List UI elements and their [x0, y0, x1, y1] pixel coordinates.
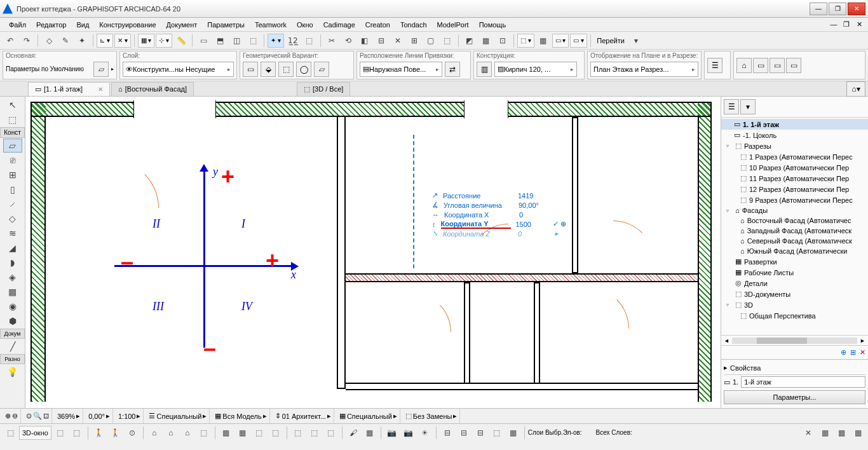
bb16[interactable]: ⬚: [307, 426, 322, 440]
tab-nav-icon[interactable]: ⌂▾: [846, 81, 865, 97]
trace-button[interactable]: ⬚: [302, 34, 317, 48]
geom4[interactable]: ◯: [296, 62, 311, 77]
nav-add-icon[interactable]: ⊞: [850, 348, 856, 357]
bb7[interactable]: ⌂: [147, 426, 162, 440]
tab-elevation[interactable]: ⌂ [Восточный Фасад]: [111, 82, 194, 96]
nav-e2[interactable]: ⌂ Западный Фасад (Автоматическ: [721, 226, 868, 236]
u4[interactable]: ⊟: [374, 34, 389, 48]
nav-s12[interactable]: ⬚ 12 Разрез (Автоматически Пер: [721, 184, 868, 194]
wall-tool[interactable]: ▱: [3, 139, 22, 153]
geom3[interactable]: ⬚: [278, 62, 294, 77]
bb26[interactable]: ⬚: [489, 426, 505, 440]
snap-combo[interactable]: ▤ Наружная Пове...: [360, 62, 442, 77]
sb-zoomfit[interactable]: ⊡: [43, 412, 49, 420]
drawing-canvas[interactable]: y x I II III IV + + – – ↗Расстояние1419 …: [25, 97, 721, 408]
nav-new-icon[interactable]: ⊕: [841, 348, 846, 357]
scale-value[interactable]: 1:100: [118, 412, 136, 420]
nav-elev[interactable]: ▿⌂ Фасады: [721, 205, 868, 215]
nav-s11[interactable]: ⬚ 11 Разрез (Автоматически Пер: [721, 173, 868, 184]
struct-combo[interactable]: ▨ Кирпич 120, ...: [494, 62, 577, 77]
more-header[interactable]: Разно: [0, 354, 25, 364]
u6[interactable]: ⊞: [407, 34, 422, 48]
shell-tool[interactable]: ◗: [3, 256, 22, 269]
bb11[interactable]: ▦: [219, 426, 234, 440]
nav-book-icon[interactable]: ▭: [770, 58, 785, 73]
rot-value[interactable]: 0,00°: [88, 412, 105, 420]
t4[interactable]: ⬚: [245, 34, 261, 48]
door-tool[interactable]: ⎚: [3, 153, 22, 167]
bb19[interactable]: ▦: [362, 426, 377, 440]
wand-button[interactable]: ✦: [74, 34, 90, 48]
u8[interactable]: ⬚: [440, 34, 455, 48]
navigator-tree[interactable]: ▭ 1. 1-й этаж ▭ -1. Цоколь ▿⬚ Разрезы ⬚ …: [721, 118, 868, 335]
v2[interactable]: ▦: [478, 34, 494, 48]
lamp-tool[interactable]: 💡: [3, 365, 22, 379]
geom5[interactable]: ▱: [314, 62, 329, 77]
u3[interactable]: ◧: [357, 34, 372, 48]
nav-project-icon[interactable]: ☰: [724, 99, 739, 114]
nav-del-icon[interactable]: ✕: [860, 348, 865, 357]
bb3[interactable]: ⬚: [69, 426, 85, 440]
u1[interactable]: ✂: [324, 34, 339, 48]
props-header[interactable]: Свойства: [730, 364, 761, 372]
t1[interactable]: ▭: [196, 34, 211, 48]
layer-combo[interactable]: 👁 Конструкти...ны Несущие: [123, 62, 234, 77]
tab-3d[interactable]: ⬚ [3D / Все]: [297, 82, 350, 96]
nav-home-icon[interactable]: ⌂: [736, 58, 752, 73]
bb14[interactable]: ⬚: [268, 426, 283, 440]
pick-button[interactable]: ◇: [41, 34, 57, 48]
bb24[interactable]: ⊟: [456, 426, 471, 440]
nav-s1[interactable]: ⬚ 1 Разрез (Автоматически Перес: [721, 151, 868, 162]
object-tool[interactable]: ⬢: [3, 314, 22, 328]
t3[interactable]: ◫: [229, 34, 244, 48]
nav-pub-icon[interactable]: ▭: [786, 58, 801, 73]
bb8[interactable]: ⌂: [163, 426, 179, 440]
menu-view[interactable]: Вид: [71, 21, 94, 29]
menu-tondach[interactable]: Tondach: [395, 21, 432, 29]
nav-sections[interactable]: ▿⬚ Разрезы: [721, 140, 868, 151]
roof-tool[interactable]: ◢: [3, 241, 22, 255]
layercomb[interactable]: Специальный: [156, 412, 201, 420]
zoom-value[interactable]: 369%: [57, 412, 75, 420]
line-tool[interactable]: ╱: [3, 339, 22, 353]
menu-teamwork[interactable]: Teamwork: [250, 21, 292, 29]
fav-button[interactable]: ☰: [707, 58, 722, 73]
u2[interactable]: ⟲: [341, 34, 356, 48]
penset[interactable]: 01 Архитект...: [282, 412, 326, 420]
menu-options[interactable]: Параметры: [202, 21, 250, 29]
bb15[interactable]: ⬚: [290, 426, 306, 440]
guide-dropdown[interactable]: ⊾ ▾: [97, 34, 113, 48]
active-coord[interactable]: Координата Y: [441, 220, 511, 229]
maximize-button[interactable]: ❐: [829, 3, 846, 15]
marquee-tool[interactable]: ⬚: [3, 112, 22, 126]
mvo[interactable]: Специальный: [347, 412, 392, 420]
nav-floor0[interactable]: ▭ -1. Цоколь: [721, 130, 868, 140]
ruler-button[interactable]: 📏: [173, 34, 189, 48]
nav-int[interactable]: ▦ Развертки: [721, 256, 868, 267]
nav-s9[interactable]: ⬚ 9 Разрез (Автоматически Перес: [721, 194, 868, 205]
arrow-tool[interactable]: ↖: [3, 98, 22, 112]
menu-document[interactable]: Документ: [161, 21, 203, 29]
bb18[interactable]: 🖌: [346, 426, 361, 440]
bb4[interactable]: 🚶: [92, 426, 107, 440]
menu-creaton[interactable]: Creaton: [360, 21, 395, 29]
snap-dropdown[interactable]: ✕ ▾: [114, 34, 131, 48]
nav-more-icon[interactable]: ▾: [740, 99, 756, 114]
mdi-close-icon[interactable]: ✕: [854, 20, 864, 29]
reno[interactable]: Без Замены: [413, 412, 452, 420]
sb-i1[interactable]: ⊕: [5, 412, 11, 420]
nav-ws[interactable]: ▦ Рабочие Листы: [721, 267, 868, 278]
redo-button[interactable]: ↷: [19, 34, 34, 48]
t2[interactable]: ⬒: [212, 34, 227, 48]
menu-edit[interactable]: Редактор: [31, 21, 71, 29]
v1[interactable]: ◩: [462, 34, 477, 48]
nav-det[interactable]: ◎ Детали: [721, 278, 868, 289]
bb13[interactable]: ⬚: [252, 426, 267, 440]
goto-label[interactable]: Перейти: [594, 37, 627, 44]
nav-floor1[interactable]: ▭ 1. 1-й этаж: [721, 119, 868, 130]
bb17[interactable]: ⬚: [323, 426, 339, 440]
v4[interactable]: ▦: [536, 34, 551, 48]
bb12[interactable]: ▦: [235, 426, 250, 440]
props-settings-button[interactable]: Параметры...: [724, 390, 865, 404]
bb22[interactable]: ☀: [417, 426, 433, 440]
